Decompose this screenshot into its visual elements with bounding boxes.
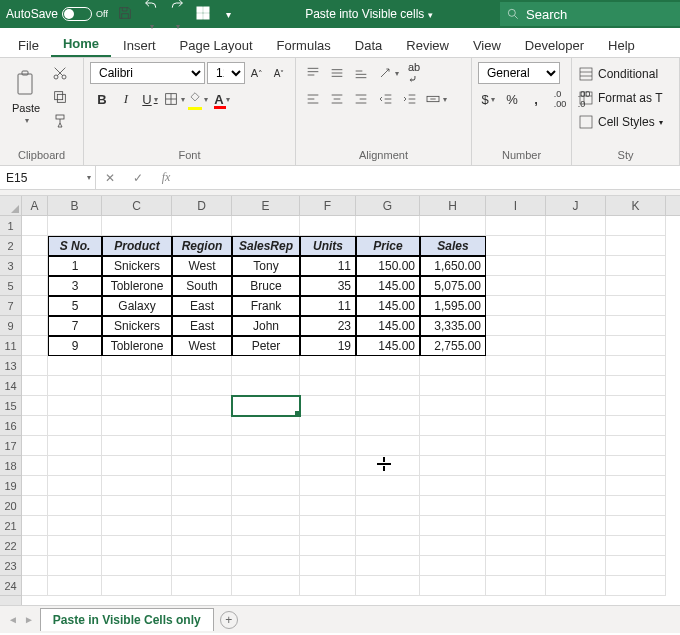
row-header[interactable]: 21	[0, 516, 21, 536]
cell[interactable]	[546, 456, 606, 476]
row-header[interactable]: 9	[0, 316, 21, 336]
cell[interactable]	[546, 476, 606, 496]
cell[interactable]	[300, 436, 356, 456]
wrap-text-button[interactable]: ab⤶	[404, 62, 424, 84]
cell[interactable]	[232, 416, 300, 436]
cancel-formula-button[interactable]: ✕	[96, 166, 124, 189]
add-sheet-button[interactable]: +	[220, 611, 238, 629]
cell[interactable]	[232, 396, 300, 416]
cell[interactable]	[420, 536, 486, 556]
align-center-button[interactable]	[326, 88, 348, 110]
cell[interactable]	[486, 536, 546, 556]
cell[interactable]	[356, 536, 420, 556]
search-box[interactable]: Search	[500, 2, 680, 26]
orientation-button[interactable]	[376, 62, 400, 84]
align-bottom-button[interactable]	[350, 62, 372, 84]
cell[interactable]: Toblerone	[102, 276, 172, 296]
cell[interactable]: Product	[102, 236, 172, 256]
tab-formulas[interactable]: Formulas	[265, 32, 343, 57]
row-header[interactable]: 3	[0, 256, 21, 276]
cell[interactable]	[606, 296, 666, 316]
cell[interactable]	[356, 396, 420, 416]
cell[interactable]	[486, 376, 546, 396]
row-header[interactable]: 5	[0, 276, 21, 296]
cell[interactable]	[232, 516, 300, 536]
cell[interactable]	[232, 216, 300, 236]
cell[interactable]	[300, 376, 356, 396]
cell[interactable]	[102, 476, 172, 496]
tab-data[interactable]: Data	[343, 32, 394, 57]
cell[interactable]	[606, 576, 666, 596]
cell[interactable]	[48, 476, 102, 496]
row-header[interactable]: 22	[0, 536, 21, 556]
cell[interactable]	[22, 496, 48, 516]
autosave-switch-icon[interactable]	[62, 7, 92, 21]
row-header[interactable]: 13	[0, 356, 21, 376]
enter-formula-button[interactable]: ✓	[124, 166, 152, 189]
accounting-format-button[interactable]: $	[478, 88, 498, 110]
cell[interactable]	[232, 436, 300, 456]
cell[interactable]	[22, 476, 48, 496]
row-header[interactable]: 20	[0, 496, 21, 516]
cell[interactable]	[356, 436, 420, 456]
cell[interactable]	[420, 556, 486, 576]
col-header[interactable]: D	[172, 196, 232, 215]
cell[interactable]: Price	[356, 236, 420, 256]
cell[interactable]	[420, 376, 486, 396]
cell[interactable]	[486, 396, 546, 416]
cell[interactable]	[606, 436, 666, 456]
cell[interactable]	[606, 376, 666, 396]
cell[interactable]	[486, 356, 546, 376]
cell[interactable]: 11	[300, 296, 356, 316]
col-header[interactable]: I	[486, 196, 546, 215]
cell[interactable]	[22, 456, 48, 476]
cell[interactable]	[232, 536, 300, 556]
align-top-button[interactable]	[302, 62, 324, 84]
cell[interactable]	[22, 416, 48, 436]
cell[interactable]	[486, 416, 546, 436]
cell[interactable]	[546, 396, 606, 416]
cell[interactable]	[48, 536, 102, 556]
underline-button[interactable]: U	[138, 88, 162, 110]
cell[interactable]	[546, 536, 606, 556]
cell[interactable]: 1,595.00	[420, 296, 486, 316]
cell[interactable]	[48, 456, 102, 476]
cell[interactable]	[102, 576, 172, 596]
cell[interactable]	[102, 556, 172, 576]
cell[interactable]	[546, 276, 606, 296]
format-painter-button[interactable]	[50, 110, 70, 132]
increase-indent-button[interactable]	[400, 88, 420, 110]
cell[interactable]: 7	[48, 316, 102, 336]
comma-format-button[interactable]: ,	[526, 88, 546, 110]
cell[interactable]	[486, 236, 546, 256]
cell[interactable]	[22, 536, 48, 556]
cell[interactable]	[606, 396, 666, 416]
increase-decimal-button[interactable]: .0.00	[550, 88, 570, 110]
cell[interactable]	[546, 316, 606, 336]
cell[interactable]	[172, 416, 232, 436]
cell[interactable]	[172, 396, 232, 416]
cell[interactable]	[172, 436, 232, 456]
cell[interactable]	[22, 436, 48, 456]
cell[interactable]	[420, 396, 486, 416]
cell[interactable]: 9	[48, 336, 102, 356]
cell[interactable]	[356, 576, 420, 596]
cell[interactable]: John	[232, 316, 300, 336]
cell[interactable]	[546, 376, 606, 396]
cell[interactable]	[22, 256, 48, 276]
cell[interactable]: Tony	[232, 256, 300, 276]
cell[interactable]	[102, 216, 172, 236]
cell[interactable]: Frank	[232, 296, 300, 316]
col-header[interactable]: E	[232, 196, 300, 215]
cell[interactable]	[172, 536, 232, 556]
save-icon[interactable]	[116, 5, 134, 24]
tab-review[interactable]: Review	[394, 32, 461, 57]
cell[interactable]	[22, 356, 48, 376]
cell[interactable]	[546, 436, 606, 456]
cell[interactable]: S No.	[48, 236, 102, 256]
borders-button[interactable]	[162, 88, 186, 110]
cell[interactable]	[356, 476, 420, 496]
row-header[interactable]: 19	[0, 476, 21, 496]
cell[interactable]	[232, 476, 300, 496]
cell[interactable]	[606, 216, 666, 236]
